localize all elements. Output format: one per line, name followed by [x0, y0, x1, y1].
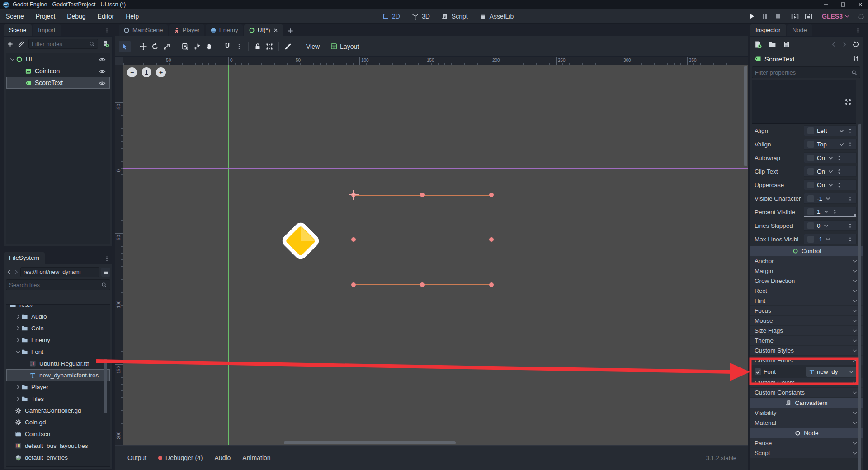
file-tree-item[interactable]: Coin.tscn	[6, 428, 110, 440]
property-value[interactable]: Left	[804, 125, 857, 136]
smart-snap-button[interactable]	[222, 41, 233, 52]
property-section[interactable]: Hint	[750, 296, 863, 306]
attach-script-button[interactable]	[102, 40, 109, 47]
property-value[interactable]: On	[804, 166, 857, 177]
selection-rect[interactable]	[354, 195, 491, 285]
canvasitem-category-header[interactable]: CanvasItem	[750, 398, 863, 408]
expander-icon[interactable]	[15, 349, 21, 355]
node-category-header[interactable]: Node	[750, 428, 863, 438]
select-tool-button[interactable]	[119, 41, 131, 52]
property-section[interactable]: Size Flags	[750, 326, 863, 335]
file-tree-item[interactable]: Audio	[6, 310, 110, 322]
menu-item[interactable]: Debug	[61, 9, 91, 24]
instance-scene-button[interactable]	[18, 41, 24, 47]
checkbox-unchecked[interactable]	[807, 141, 814, 148]
file-tree-item[interactable]: Player	[6, 381, 110, 393]
new-resource-button[interactable]	[754, 41, 762, 48]
bottom-panel-tab[interactable]: Animation	[236, 451, 276, 464]
resize-handle[interactable]	[420, 282, 425, 287]
file-tree-item[interactable]: Enemy	[6, 334, 110, 346]
property-section[interactable]: Theme	[750, 336, 863, 345]
filter-nodes-input[interactable]	[28, 39, 98, 49]
menu-item[interactable]: Scene	[0, 9, 30, 24]
inspector-scrollbar[interactable]	[858, 124, 861, 470]
property-value[interactable]: 1	[804, 207, 857, 217]
scene-tree-node[interactable]: ScoreText	[6, 77, 110, 89]
zoom-in-button[interactable]: +	[156, 67, 166, 77]
property-section[interactable]: Custom Constants	[750, 388, 863, 397]
property-section[interactable]: Grow Direction	[750, 276, 863, 286]
text-property-editor[interactable]	[752, 80, 856, 124]
checkbox-unchecked[interactable]	[807, 195, 814, 202]
history-forward-icon[interactable]	[841, 41, 848, 47]
layout-menu-button[interactable]: Layout	[325, 43, 364, 50]
add-node-button[interactable]	[7, 41, 14, 47]
property-section[interactable]: Rect	[750, 286, 863, 296]
expander-icon[interactable]	[15, 325, 21, 331]
checkbox-unchecked[interactable]	[807, 155, 814, 161]
nav-forward-icon[interactable]	[13, 269, 19, 275]
property-section[interactable]: Anchor	[750, 256, 863, 266]
resize-handle[interactable]	[489, 237, 494, 242]
spinner-updown-icon[interactable]	[847, 196, 853, 202]
workspace-tab[interactable]: Script	[442, 13, 468, 20]
canvas-vertical-scrollbar[interactable]	[744, 66, 747, 166]
history-icon[interactable]	[852, 41, 859, 48]
bottom-panel-tab[interactable]: Audio	[209, 451, 237, 464]
property-value[interactable]: -1	[804, 234, 857, 244]
visibility-eye-icon[interactable]	[99, 80, 106, 87]
view-menu-button[interactable]: View	[301, 43, 325, 50]
play-button[interactable]	[748, 13, 755, 20]
expander-icon[interactable]	[9, 56, 15, 62]
checkbox-checked[interactable]	[755, 368, 761, 375]
expander-icon[interactable]	[15, 396, 21, 402]
dock-menu-icon[interactable]	[104, 28, 110, 34]
rotate-tool-button[interactable]	[149, 41, 161, 52]
property-section[interactable]: Custom Styles	[750, 346, 863, 355]
checkbox-unchecked[interactable]	[807, 222, 814, 229]
file-tree-item[interactable]: Coin	[6, 322, 110, 334]
nav-back-icon[interactable]	[6, 269, 12, 275]
stop-button[interactable]	[774, 13, 782, 20]
spinner-updown-icon[interactable]	[847, 223, 853, 229]
menu-item[interactable]: Editor	[92, 9, 120, 24]
save-resource-button[interactable]	[783, 41, 790, 48]
checkbox-unchecked[interactable]	[807, 208, 814, 215]
visibility-eye-icon[interactable]	[99, 56, 106, 63]
dock-tab[interactable]: Scene	[4, 24, 32, 36]
custom-fonts-section[interactable]: Custom Fonts	[750, 356, 863, 365]
expander-icon[interactable]	[15, 314, 21, 320]
zoom-reset-button[interactable]: 1	[142, 67, 151, 77]
spinner-updown-icon[interactable]	[847, 128, 853, 134]
scene-tab[interactable]: MainScene	[119, 24, 168, 36]
dock-tab[interactable]: Import	[33, 24, 61, 36]
property-section[interactable]: Visibility	[750, 408, 863, 418]
control-category-header[interactable]: Control	[750, 246, 863, 256]
bottom-panel-tab[interactable]: Output	[122, 451, 152, 464]
checkbox-unchecked[interactable]	[807, 236, 814, 243]
resize-handle[interactable]	[489, 193, 494, 197]
maximize-button[interactable]	[840, 1, 846, 8]
pivot-move-tool-button[interactable]	[191, 41, 203, 52]
expander-icon[interactable]	[15, 337, 21, 343]
display-mode-button[interactable]	[101, 268, 110, 277]
property-section[interactable]: Mouse	[750, 316, 863, 325]
file-tree-item[interactable]: Enemy.gd	[6, 463, 110, 467]
resize-handle[interactable]	[351, 237, 356, 242]
workspace-tab[interactable]: 3D	[412, 13, 430, 20]
move-tool-button[interactable]	[137, 41, 149, 52]
spinner-updown-icon[interactable]	[836, 155, 842, 161]
visibility-eye-icon[interactable]	[99, 68, 106, 75]
renderer-dropdown[interactable]: GLES3	[822, 13, 850, 20]
workspace-tab[interactable]: AssetLib	[480, 13, 514, 20]
checkbox-unchecked[interactable]	[807, 127, 814, 134]
file-tree-item[interactable]: default_bus_layout.tres	[6, 440, 110, 451]
pan-tool-button[interactable]	[203, 41, 215, 52]
property-section[interactable]: Custom Colors	[750, 378, 863, 387]
scene-tab[interactable]: Enemy	[206, 24, 243, 36]
file-tree-item[interactable]: Font	[6, 346, 110, 357]
inspector-tab[interactable]: Node	[787, 24, 812, 36]
file-tree-item[interactable]: default_env.tres	[6, 451, 110, 463]
zoom-out-button[interactable]: −	[127, 67, 137, 77]
inspector-tab[interactable]: Inspector	[750, 24, 786, 36]
